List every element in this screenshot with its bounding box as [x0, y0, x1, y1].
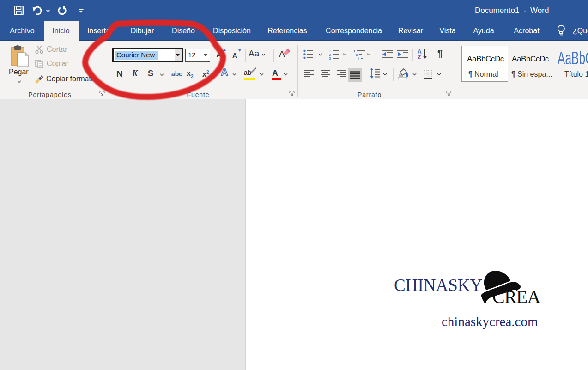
svg-text:i: i: [358, 56, 359, 60]
svg-text:Z: Z: [418, 54, 421, 60]
svg-text:3: 3: [329, 56, 331, 60]
